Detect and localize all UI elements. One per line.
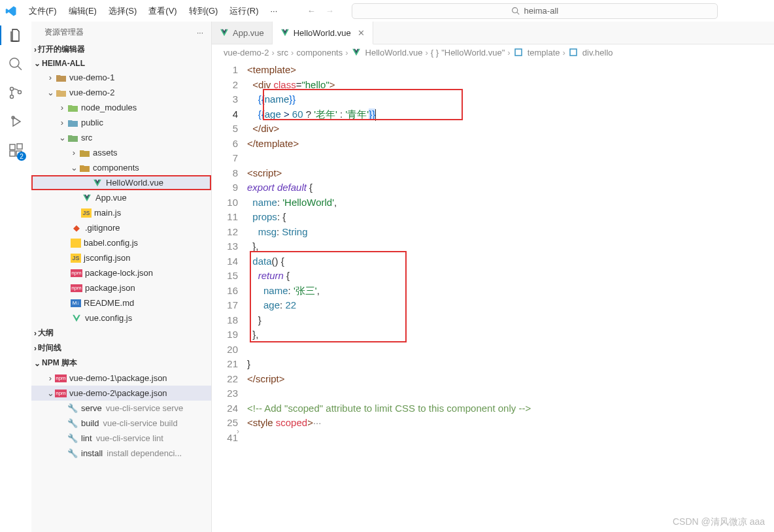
outline-section[interactable]: ›大纲 xyxy=(31,325,211,341)
line-numbers: 123 456 789 101112 131415 161718 192021 … xyxy=(212,60,247,532)
highlight-box-template xyxy=(263,89,463,120)
sidebar-title: 资源管理器 xyxy=(44,27,84,38)
opened-editors-section[interactable]: ›打开的编辑器 xyxy=(31,42,211,57)
menu-more[interactable]: ··· xyxy=(265,3,282,18)
debug-icon[interactable] xyxy=(7,113,24,130)
folder-root[interactable]: ⌄HEIMA-ALL xyxy=(31,57,211,70)
search-placeholder: heima-all xyxy=(524,6,558,16)
menu-view[interactable]: 查看(V) xyxy=(143,3,182,20)
menu-bar: 文件(F) 编辑(E) 选择(S) 查看(V) 转到(G) 运行(R) ··· … xyxy=(0,0,774,22)
close-icon[interactable]: ✕ xyxy=(358,28,365,38)
folder-node-modules[interactable]: ›node_modules xyxy=(31,100,211,115)
tab-app-vue[interactable]: App.vue xyxy=(212,22,273,44)
svg-point-6 xyxy=(18,91,22,94)
sidebar: 资源管理器 ··· ›打开的编辑器 ⌄HEIMA-ALL ›vue-demo-1… xyxy=(31,22,212,532)
npm-script-serve[interactable]: 🔧servevue-cli-service serve xyxy=(31,401,211,416)
file-vue-config[interactable]: vue.config.js xyxy=(31,310,211,325)
file-main-js[interactable]: JSmain.js xyxy=(31,205,211,220)
highlight-box-data xyxy=(250,251,407,342)
file-jsconfig[interactable]: JSjsconfig.json xyxy=(31,250,211,265)
npm-script-build[interactable]: 🔧buildvue-cli-service build xyxy=(31,416,211,431)
timeline-section[interactable]: ›时间线 xyxy=(31,341,211,356)
code-editor[interactable]: 123 456 789 101112 131415 161718 192021 … xyxy=(212,60,774,532)
code-content[interactable]: › <template> <div class="hello"> {{name}… xyxy=(247,60,531,532)
svg-rect-12 xyxy=(17,144,22,149)
breadcrumb[interactable]: vue-demo-2› src› components› HelloWorld.… xyxy=(212,44,774,60)
activity-bar: 2 xyxy=(0,22,31,532)
folder-assets[interactable]: ›assets xyxy=(31,145,211,160)
extensions-icon[interactable]: 2 xyxy=(7,142,24,159)
menu-select[interactable]: 选择(S) xyxy=(103,3,142,20)
sidebar-more[interactable]: ··· xyxy=(197,28,203,37)
svg-line-3 xyxy=(18,66,22,70)
nav-forward-icon[interactable]: → xyxy=(322,3,337,19)
editor-tabs: App.vue HelloWorld.vue✕ xyxy=(212,22,774,44)
svg-point-4 xyxy=(10,88,14,91)
folder-vue-demo-2[interactable]: ⌄vue-demo-2 xyxy=(31,85,211,100)
folder-components[interactable]: ⌄components xyxy=(31,160,211,175)
div-icon xyxy=(568,47,579,58)
svg-rect-9 xyxy=(10,144,15,150)
file-package-json[interactable]: npmpackage.json xyxy=(31,280,211,295)
svg-point-0 xyxy=(513,8,518,13)
file-app-vue[interactable]: App.vue xyxy=(31,190,211,205)
npm-package-2[interactable]: ⌄npmvue-demo-2\package.json xyxy=(31,386,211,401)
svg-rect-14 xyxy=(570,49,577,56)
explorer-icon[interactable] xyxy=(7,27,24,44)
folder-vue-demo-1[interactable]: ›vue-demo-1 xyxy=(31,70,211,85)
menu-edit[interactable]: 编辑(E) xyxy=(63,3,102,20)
menu-run[interactable]: 运行(R) xyxy=(224,3,263,20)
file-readme[interactable]: M↓README.md xyxy=(31,295,211,310)
menu-goto[interactable]: 转到(G) xyxy=(184,3,224,20)
svg-rect-13 xyxy=(515,49,522,56)
nav-back-icon[interactable]: ← xyxy=(303,3,319,19)
vue-file-icon xyxy=(351,47,362,58)
search-icon[interactable] xyxy=(7,56,24,73)
svg-point-2 xyxy=(10,58,19,67)
search-icon xyxy=(511,7,520,15)
search-input[interactable]: heima-all xyxy=(352,3,718,19)
npm-script-install[interactable]: 🔧installinstall dependenci... xyxy=(31,446,211,461)
file-helloworld-vue[interactable]: HelloWorld.vue xyxy=(31,175,211,190)
npm-script-lint[interactable]: 🔧lintvue-cli-service lint xyxy=(31,431,211,446)
vscode-logo-icon xyxy=(5,5,17,17)
template-icon xyxy=(513,47,524,58)
svg-rect-10 xyxy=(10,151,15,156)
fold-chevron-icon[interactable]: › xyxy=(237,424,239,439)
file-babel-config[interactable]: babel.config.js xyxy=(31,235,211,250)
folder-src[interactable]: ⌄src xyxy=(31,130,211,145)
extensions-badge: 2 xyxy=(17,152,26,161)
tab-helloworld-vue[interactable]: HelloWorld.vue✕ xyxy=(273,22,373,44)
file-package-lock[interactable]: npmpackage-lock.json xyxy=(31,265,211,280)
svg-point-5 xyxy=(10,95,14,99)
source-control-icon[interactable] xyxy=(7,84,24,101)
folder-public[interactable]: ›public xyxy=(31,115,211,130)
svg-line-1 xyxy=(517,12,519,14)
npm-package-1[interactable]: ›npmvue-demo-1\package.json xyxy=(31,371,211,386)
editor-area: App.vue HelloWorld.vue✕ vue-demo-2› src›… xyxy=(212,22,774,532)
npm-scripts-section[interactable]: ⌄NPM 脚本 xyxy=(31,356,211,371)
file-gitignore[interactable]: ◆.gitignore xyxy=(31,220,211,235)
menu-file[interactable]: 文件(F) xyxy=(24,3,62,20)
